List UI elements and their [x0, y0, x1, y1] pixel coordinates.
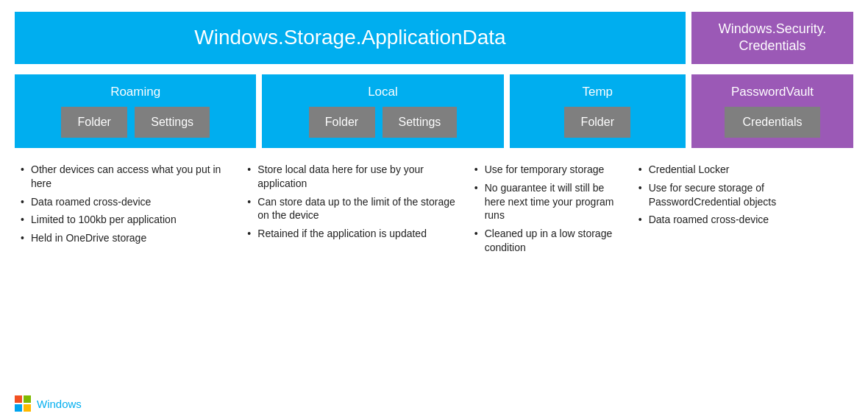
temp-folder-button[interactable]: Folder: [564, 107, 630, 138]
card-vault-buttons: Credentials: [725, 107, 820, 138]
cards-row: Roaming Folder Settings Local Folder Set…: [15, 74, 853, 148]
card-local: Local Folder Settings: [262, 74, 503, 148]
page: Windows.Storage.ApplicationData Windows.…: [0, 0, 868, 419]
list-item: Can store data up to the limit of the st…: [247, 195, 456, 223]
logo-sq2: [24, 395, 31, 403]
card-roaming-title: Roaming: [110, 85, 160, 99]
windows-logo-icon: [15, 395, 31, 412]
list-item: Retained if the application is updated: [247, 227, 456, 241]
card-local-buttons: Folder Settings: [309, 107, 458, 138]
list-item: Use for secure storage of PasswordCreden…: [638, 181, 847, 209]
logo-sq1: [15, 395, 22, 403]
list-item: No guarantee it will still be here next …: [474, 181, 621, 223]
info-roaming: Other devices can access what you put in…: [15, 158, 235, 382]
footer: Windows: [15, 392, 853, 412]
local-settings-button[interactable]: Settings: [383, 107, 458, 138]
logo-sq3: [15, 404, 22, 412]
footer-label: Windows: [37, 398, 82, 410]
side-title: Windows.Security.Credentials: [691, 12, 853, 64]
roaming-folder-button[interactable]: Folder: [61, 107, 127, 138]
list-item: Held in OneDrive storage: [21, 231, 230, 245]
card-local-title: Local: [368, 85, 398, 99]
list-item: Limited to 100kb per application: [21, 213, 230, 227]
info-temp: Use for temporary storage No guarantee i…: [469, 158, 627, 382]
vault-credentials-button[interactable]: Credentials: [725, 107, 820, 138]
list-item: Store local data here for use by your ap…: [247, 163, 456, 191]
info-row: Other devices can access what you put in…: [15, 158, 853, 382]
list-item: Use for temporary storage: [474, 163, 621, 177]
list-item: Data roamed cross-device: [21, 195, 230, 209]
list-item: Credential Locker: [638, 163, 847, 177]
list-item: Other devices can access what you put in…: [21, 163, 230, 191]
local-bullet-list: Store local data here for use by your ap…: [247, 163, 456, 241]
logo-sq4: [24, 404, 31, 412]
info-local: Store local data here for use by your ap…: [241, 158, 462, 382]
roaming-bullet-list: Other devices can access what you put in…: [21, 163, 230, 245]
list-item: Cleaned up in a low storage condition: [474, 227, 621, 255]
card-roaming: Roaming Folder Settings: [15, 74, 256, 148]
temp-bullet-list: Use for temporary storage No guarantee i…: [474, 163, 621, 255]
header-row: Windows.Storage.ApplicationData Windows.…: [15, 12, 853, 64]
card-temp: Temp Folder: [510, 74, 686, 148]
main-title: Windows.Storage.ApplicationData: [15, 12, 686, 64]
info-vault: Credential Locker Use for secure storage…: [633, 158, 853, 382]
card-vault-title: PasswordVault: [731, 85, 814, 99]
roaming-settings-button[interactable]: Settings: [135, 107, 210, 138]
card-temp-buttons: Folder: [564, 107, 630, 138]
card-temp-title: Temp: [583, 85, 613, 99]
vault-bullet-list: Credential Locker Use for secure storage…: [638, 163, 847, 228]
card-roaming-buttons: Folder Settings: [61, 107, 210, 138]
card-vault: PasswordVault Credentials: [691, 74, 853, 148]
list-item: Data roamed cross-device: [638, 213, 847, 227]
local-folder-button[interactable]: Folder: [309, 107, 375, 138]
